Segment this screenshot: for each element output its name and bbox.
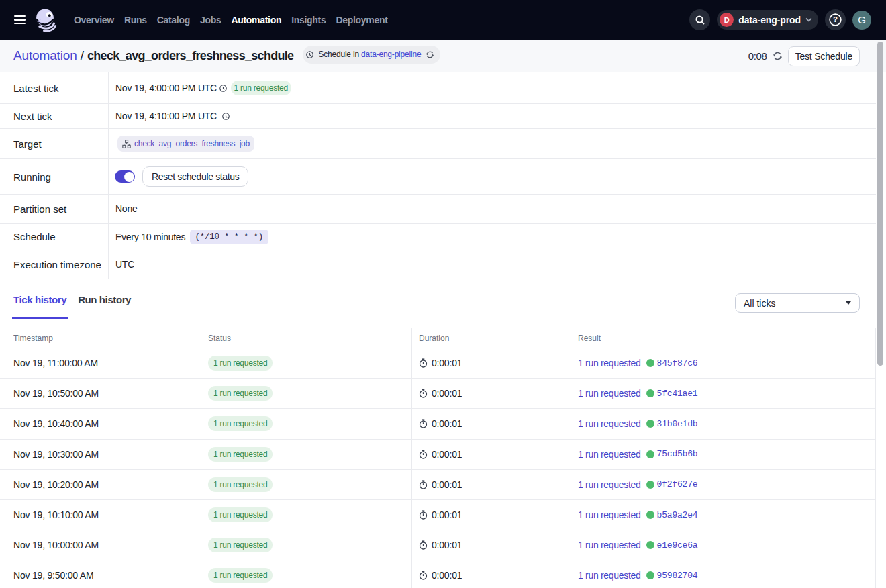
svg-text:?: ? <box>833 15 838 23</box>
